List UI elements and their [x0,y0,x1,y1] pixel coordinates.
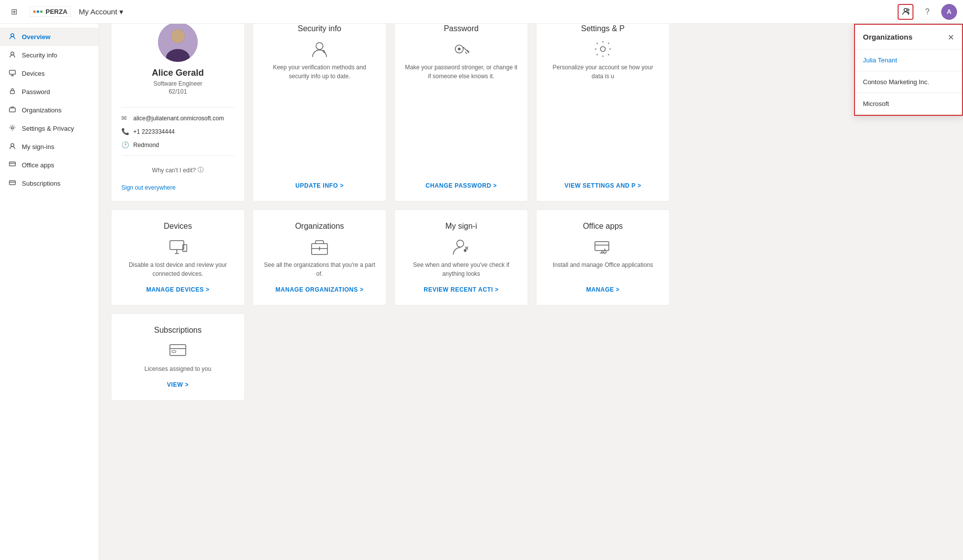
org-contoso-name: Contoso Marketing Inc. [863,78,929,86]
view-subscriptions-label: VIEW [167,381,183,388]
sidebar-item-subscriptions[interactable]: Subscriptions [0,174,99,193]
manage-organizations-link[interactable]: MANAGE ORGANIZATIONS [275,286,364,293]
svg-rect-4 [9,70,15,74]
subscriptions-card-icon [168,341,188,360]
review-recent-link[interactable]: REVIEW RECENT ACTI [424,286,498,293]
svg-line-24 [463,47,469,53]
security-info-update-link[interactable]: UPDATE INFO [295,182,343,189]
sidebar-label-signins: My sign-ins [22,143,54,151]
top-navigation: ⊞ PERZA My Account ▾ ? A [0,0,963,24]
manage-devices-label: MANAGE DEVICES [146,286,204,293]
org-panel-item-contoso[interactable]: Contoso Marketing Inc. [855,71,962,93]
info-circle-icon: ⓘ [198,166,204,174]
sidebar-label-security-info: Security info [22,51,57,59]
profile-card: Alice Gerald Software Engineer 62/101 ✉ … [111,12,245,202]
user-avatar[interactable]: A [941,4,957,20]
review-recent-label: REVIEW RECENT ACTI [424,286,493,293]
chevron-down-icon: ▾ [119,7,123,16]
svg-rect-13 [9,181,15,185]
manage-organizations-label: MANAGE ORGANIZATIONS [275,286,358,293]
settings-card-icon [593,39,613,59]
view-settings-link[interactable]: VIEW SETTINGS AND P [565,182,642,189]
manage-devices-link[interactable]: MANAGE DEVICES [146,286,210,293]
svg-line-26 [465,52,467,54]
password-card-desc: Make your password stronger, or change i… [405,63,518,174]
nav-icons: ? A [898,4,957,20]
svg-point-9 [11,127,13,129]
change-password-link[interactable]: CHANGE PASSWORD [426,182,497,189]
svg-rect-46 [170,345,186,356]
sidebar-label-subscriptions: Subscriptions [22,180,60,187]
help-icon: ? [925,7,930,16]
sidebar-item-password[interactable]: Password [0,83,99,101]
organizations-icon-button[interactable] [898,4,913,20]
sign-out-link[interactable]: Sign out everywhere [121,184,175,191]
logo-dot-green [40,10,43,13]
sidebar-item-my-signins[interactable]: My sign-ins [0,138,99,156]
svg-point-20 [316,43,323,50]
svg-point-38 [464,250,466,252]
cant-edit-link[interactable]: Why can't I edit? ⓘ [152,166,204,174]
svg-point-18 [171,29,185,43]
password-card-icon [451,39,471,59]
logo-box: PERZA [30,6,71,17]
office-apps-card: Office apps Install and manage Office ap… [536,209,670,305]
sidebar-item-organizations[interactable]: Organizations [0,101,99,119]
organizations-panel: ✕ Organizations Julia Tenant Contoso Mar… [854,24,963,116]
help-icon-button[interactable]: ? [919,4,935,20]
phone-icon: 📞 [121,128,129,135]
organizations-card: Organizations See all the organizations … [253,209,386,305]
office-apps-card-desc: Install and manage Office applications [553,260,653,278]
svg-point-2 [11,34,14,37]
org-icon [901,7,910,16]
sidebar-label-overview: Overview [22,33,51,41]
security-info-icon [8,51,17,59]
logo-area: ⊞ PERZA [6,4,71,20]
organizations-nav-icon [8,106,17,114]
svg-rect-11 [9,162,15,166]
sidebar-item-security-info[interactable]: Security info [0,46,99,64]
sidebar-item-settings-privacy[interactable]: Settings & Privacy [0,119,99,138]
org-microsoft-name: Microsoft [863,100,889,107]
sidebar-item-overview[interactable]: Overview [0,28,99,46]
app-title-button[interactable]: My Account ▾ [79,7,123,16]
svg-rect-7 [10,91,14,94]
devices-card-icon [168,237,188,256]
app-title: My Account [79,7,117,16]
logo-dots [33,10,43,13]
svg-rect-29 [170,241,184,250]
org-panel-item-julia[interactable]: Julia Tenant [855,50,962,71]
subscriptions-card-title: Subscriptions [154,326,202,335]
profile-info: ✉ alice@juliatenant.onmicrosoft.com 📞 +1… [121,111,234,152]
manage-office-link[interactable]: MANAGE [586,286,620,293]
change-password-label: CHANGE PASSWORD [426,182,491,189]
org-panel-item-microsoft[interactable]: Microsoft [855,93,962,115]
organizations-card-icon [310,237,329,256]
my-signins-card: My sign-i See when and where you've chec… [394,209,528,305]
profile-email: alice@juliatenant.onmicrosoft.com [133,115,224,122]
org-panel-close-button[interactable]: ✕ [948,33,954,42]
sidebar-item-office-apps[interactable]: Office apps [0,156,99,174]
svg-rect-8 [9,108,15,112]
view-subscriptions-link[interactable]: VIEW [167,381,189,388]
profile-divider-2 [121,155,234,156]
avatar-image [158,22,198,62]
sidebar-item-devices[interactable]: Devices [0,64,99,83]
subscriptions-icon [8,179,17,188]
profile-id: 62/101 [169,88,187,95]
password-card: Password Make your password stronger, or… [394,12,528,202]
svg-point-3 [11,52,14,55]
security-info-card-icon [310,39,329,59]
devices-card: Devices Disable a lost device and review… [111,209,245,305]
svg-point-10 [11,144,14,147]
settings-card-title: Settings & P [581,24,625,33]
main-content: Alice Gerald Software Engineer 62/101 ✉ … [99,0,963,412]
org-panel-title: Organizations [863,33,912,41]
signins-card-icon [451,237,471,256]
devices-card-desc: Disable a lost device and review your co… [121,260,234,278]
waffle-icon[interactable]: ⊞ [6,4,22,20]
email-icon: ✉ [121,114,129,122]
sidebar: Overview Security info Devices Password … [0,24,99,412]
update-info-label: UPDATE INFO [295,182,338,189]
settings-card: Settings & P Personalize your account se… [536,12,670,202]
